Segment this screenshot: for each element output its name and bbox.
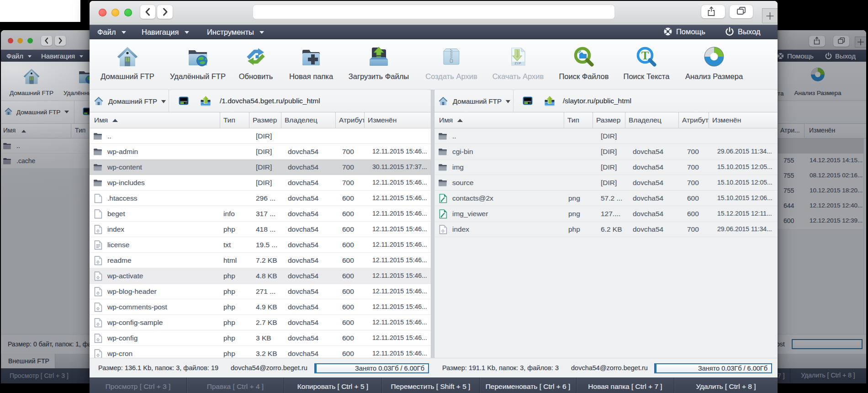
svg-text:ZIP: ZIP: [514, 61, 521, 65]
svg-text:T: T: [641, 49, 649, 62]
